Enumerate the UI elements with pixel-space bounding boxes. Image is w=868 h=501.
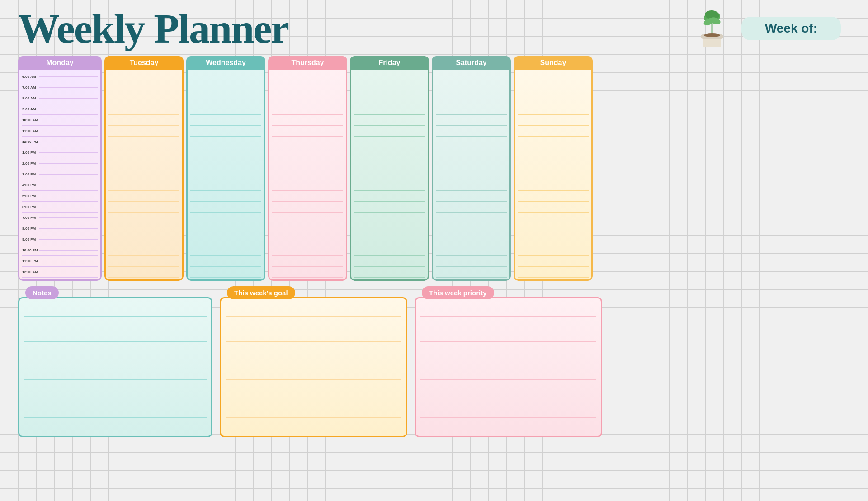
time-row[interactable] bbox=[436, 126, 507, 137]
time-row[interactable] bbox=[272, 267, 343, 278]
time-row[interactable]: 1:00 PM bbox=[22, 147, 98, 158]
section-line[interactable] bbox=[24, 343, 207, 354]
time-row[interactable] bbox=[518, 104, 589, 115]
time-row[interactable] bbox=[272, 213, 343, 223]
time-row[interactable] bbox=[354, 82, 425, 93]
time-row[interactable] bbox=[354, 104, 425, 115]
time-row[interactable] bbox=[190, 115, 261, 126]
time-row[interactable] bbox=[354, 115, 425, 126]
time-row[interactable] bbox=[108, 256, 179, 267]
time-row[interactable] bbox=[108, 180, 179, 191]
time-row[interactable] bbox=[354, 137, 425, 147]
time-row[interactable]: 11:00 AM bbox=[22, 126, 98, 137]
day-body-monday[interactable]: 6:00 AM7:00 AM8:00 AM9:00 AM10:00 AM11:0… bbox=[18, 70, 102, 281]
time-row[interactable] bbox=[108, 169, 179, 180]
time-row[interactable] bbox=[354, 223, 425, 234]
time-row[interactable] bbox=[190, 147, 261, 158]
time-row[interactable] bbox=[436, 245, 507, 256]
time-row[interactable] bbox=[354, 158, 425, 169]
time-row[interactable]: 2:00 PM bbox=[22, 158, 98, 169]
time-row[interactable] bbox=[108, 158, 179, 169]
time-row[interactable]: 7:00 AM bbox=[22, 82, 98, 93]
section-line[interactable] bbox=[226, 330, 401, 342]
time-row[interactable] bbox=[436, 213, 507, 223]
time-row[interactable]: 10:00 AM bbox=[22, 115, 98, 126]
time-row[interactable] bbox=[190, 202, 261, 213]
time-row[interactable]: 6:00 PM bbox=[22, 202, 98, 213]
time-row[interactable] bbox=[354, 245, 425, 256]
time-row[interactable] bbox=[436, 234, 507, 245]
time-row[interactable] bbox=[354, 191, 425, 202]
time-row[interactable]: 9:00 AM bbox=[22, 104, 98, 115]
time-row[interactable] bbox=[518, 191, 589, 202]
section-line[interactable] bbox=[420, 330, 596, 342]
time-row[interactable] bbox=[108, 191, 179, 202]
section-line[interactable] bbox=[226, 305, 401, 317]
time-row[interactable] bbox=[272, 71, 343, 82]
time-row[interactable] bbox=[108, 82, 179, 93]
time-row[interactable] bbox=[518, 213, 589, 223]
time-row[interactable] bbox=[272, 223, 343, 234]
time-row[interactable] bbox=[272, 158, 343, 169]
section-line[interactable] bbox=[24, 381, 207, 392]
time-row[interactable] bbox=[190, 82, 261, 93]
time-row[interactable]: 7:00 PM bbox=[22, 213, 98, 223]
time-row[interactable] bbox=[436, 147, 507, 158]
time-row[interactable] bbox=[518, 234, 589, 245]
time-row[interactable] bbox=[354, 234, 425, 245]
time-row[interactable] bbox=[518, 93, 589, 104]
time-row[interactable] bbox=[354, 256, 425, 267]
time-row[interactable] bbox=[190, 245, 261, 256]
time-row[interactable] bbox=[190, 93, 261, 104]
time-row[interactable] bbox=[190, 223, 261, 234]
time-row[interactable] bbox=[518, 245, 589, 256]
time-row[interactable]: 8:00 AM bbox=[22, 93, 98, 104]
section-line[interactable] bbox=[24, 355, 207, 367]
time-row[interactable] bbox=[518, 256, 589, 267]
time-row[interactable]: 5:00 PM bbox=[22, 191, 98, 202]
time-row[interactable] bbox=[272, 82, 343, 93]
time-row[interactable] bbox=[354, 202, 425, 213]
section-line[interactable] bbox=[420, 368, 596, 380]
time-row[interactable] bbox=[108, 126, 179, 137]
time-row[interactable]: 8:00 PM bbox=[22, 223, 98, 234]
time-row[interactable]: 12:00 PM bbox=[22, 137, 98, 147]
time-row[interactable] bbox=[436, 223, 507, 234]
section-line[interactable] bbox=[226, 355, 401, 367]
time-row[interactable] bbox=[190, 104, 261, 115]
section-line[interactable] bbox=[420, 317, 596, 329]
time-row[interactable] bbox=[190, 137, 261, 147]
time-row[interactable] bbox=[272, 191, 343, 202]
time-row[interactable] bbox=[436, 104, 507, 115]
time-row[interactable] bbox=[272, 256, 343, 267]
time-row[interactable] bbox=[518, 202, 589, 213]
time-row[interactable] bbox=[272, 126, 343, 137]
time-row[interactable] bbox=[518, 158, 589, 169]
time-row[interactable] bbox=[436, 137, 507, 147]
time-row[interactable] bbox=[518, 267, 589, 278]
time-row[interactable] bbox=[436, 71, 507, 82]
time-row[interactable] bbox=[518, 126, 589, 137]
time-row[interactable] bbox=[436, 93, 507, 104]
section-line[interactable] bbox=[226, 343, 401, 354]
time-row[interactable] bbox=[190, 256, 261, 267]
section-line[interactable] bbox=[24, 330, 207, 342]
day-body-thursday[interactable] bbox=[268, 70, 347, 281]
day-body-friday[interactable] bbox=[350, 70, 429, 281]
day-body-saturday[interactable] bbox=[432, 70, 511, 281]
time-row[interactable] bbox=[354, 126, 425, 137]
time-row[interactable] bbox=[272, 202, 343, 213]
time-row[interactable] bbox=[190, 191, 261, 202]
time-row[interactable] bbox=[518, 223, 589, 234]
day-body-tuesday[interactable] bbox=[104, 70, 184, 281]
time-row[interactable] bbox=[518, 137, 589, 147]
section-line[interactable] bbox=[24, 317, 207, 329]
time-row[interactable] bbox=[436, 202, 507, 213]
time-row[interactable]: 10:00 PM bbox=[22, 245, 98, 256]
time-row[interactable]: 6:00 AM bbox=[22, 71, 98, 82]
day-body-sunday[interactable] bbox=[514, 70, 593, 281]
time-row[interactable] bbox=[518, 169, 589, 180]
section-line[interactable] bbox=[226, 317, 401, 329]
time-row[interactable] bbox=[354, 71, 425, 82]
section-line[interactable] bbox=[226, 406, 401, 418]
